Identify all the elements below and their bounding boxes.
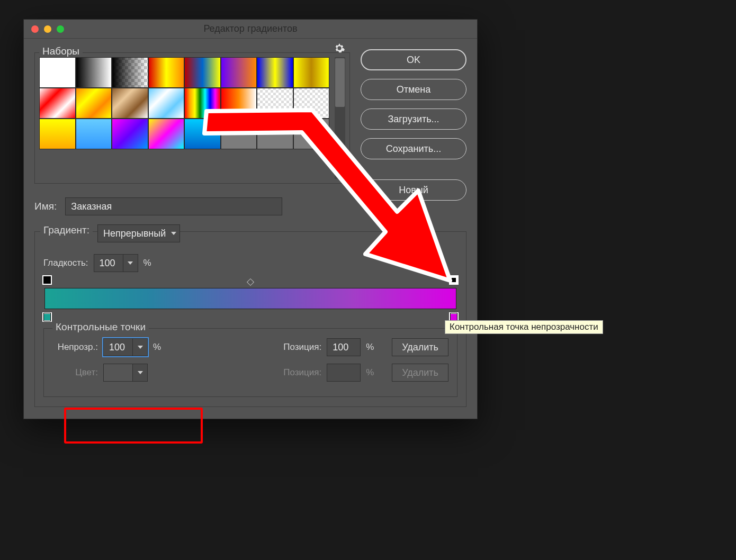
delete-opacity-stop-button[interactable]: Удалить (392, 338, 448, 356)
position-label: Позиция: (283, 342, 321, 353)
preset-swatch[interactable] (184, 88, 221, 119)
presets-legend: Наборы (39, 46, 83, 57)
save-button[interactable]: Сохранить... (361, 138, 466, 159)
chevron-down-icon (171, 232, 176, 235)
preset-swatch[interactable] (76, 119, 112, 149)
color-position-unit: % (366, 367, 374, 378)
preset-scrollbar[interactable] (335, 57, 345, 179)
preset-swatch[interactable] (293, 57, 330, 88)
position-unit: % (366, 342, 374, 353)
delete-color-stop-button: Удалить (392, 364, 448, 382)
smoothness-input[interactable] (94, 254, 123, 272)
preset-swatch[interactable] (39, 57, 76, 88)
color-swatch[interactable] (103, 364, 133, 382)
gear-icon[interactable] (334, 42, 345, 54)
gradient-type-select[interactable]: Непрерывный (97, 224, 180, 242)
color-dropdown[interactable] (133, 364, 148, 382)
gradient-name-input[interactable] (65, 197, 282, 215)
opacity-stop-left[interactable] (42, 275, 52, 285)
ok-button[interactable]: OK (361, 49, 466, 70)
gradient-type-value: Непрерывный (103, 228, 166, 239)
color-label: Цвет: (52, 367, 98, 378)
color-position-input (327, 364, 361, 382)
preset-swatch[interactable] (39, 119, 76, 149)
dialog-body: Наборы (24, 39, 477, 419)
control-points-group: Контрольные точки Непрозр.: % Позиция: %… (43, 328, 457, 397)
gradient-legend: Градиент: (40, 224, 93, 236)
scrollbar-thumb[interactable] (335, 58, 345, 107)
position-input[interactable] (327, 338, 361, 356)
chevron-down-icon (138, 346, 143, 349)
titlebar: Редактор градиентов (24, 20, 477, 39)
annotation-highlight (64, 408, 203, 444)
smoothness-label: Гладкость: (43, 258, 88, 268)
smoothness-unit: % (143, 258, 151, 268)
load-button[interactable]: Загрузить... (361, 109, 466, 130)
presets-group: Наборы (34, 52, 350, 184)
preset-swatch[interactable] (112, 119, 148, 149)
preset-swatch[interactable] (148, 119, 185, 149)
opacity-input[interactable] (103, 338, 133, 356)
cancel-button[interactable]: Отмена (361, 79, 466, 100)
preset-swatch[interactable] (257, 57, 293, 88)
preset-swatch[interactable] (221, 88, 257, 119)
preset-swatches (39, 57, 329, 179)
color-stop-left[interactable] (42, 312, 52, 322)
new-button[interactable]: Новый (361, 179, 466, 201)
preset-swatch[interactable] (76, 57, 112, 88)
gradient-editor-dialog: Редактор градиентов Наборы (23, 19, 478, 419)
preset-swatch[interactable] (112, 88, 148, 119)
preset-swatch[interactable] (221, 57, 257, 88)
opacity-stop-right[interactable] (449, 275, 459, 285)
name-label: Имя: (34, 201, 57, 212)
chevron-down-icon (138, 371, 143, 374)
opacity-unit: % (153, 342, 161, 353)
preset-swatch[interactable] (184, 119, 221, 149)
preset-swatch[interactable] (257, 88, 293, 119)
preset-swatch[interactable] (39, 88, 76, 119)
opacity-dropdown[interactable] (133, 338, 148, 356)
smoothness-dropdown[interactable] (123, 254, 138, 272)
control-points-legend: Контрольные точки (52, 321, 149, 333)
preset-swatch[interactable] (112, 57, 148, 88)
gradient-settings-group: Градиент: Непрерывный Гладкость: % (34, 231, 466, 407)
opacity-label: Непрозр.: (52, 342, 98, 353)
preset-swatch[interactable] (148, 88, 185, 119)
preset-swatch[interactable] (221, 119, 257, 149)
tooltip: Контрольная точка непрозрачности (445, 320, 603, 334)
chevron-down-icon (128, 261, 133, 265)
color-position-label: Позиция: (283, 367, 321, 378)
preset-swatch[interactable] (257, 119, 293, 149)
gradient-bar[interactable] (44, 288, 456, 309)
window-title: Редактор градиентов (24, 23, 477, 34)
midpoint-marker[interactable] (247, 278, 254, 286)
preset-swatch[interactable] (148, 57, 185, 88)
preset-swatch[interactable] (293, 119, 330, 149)
preset-swatch[interactable] (293, 88, 330, 119)
preset-swatch[interactable] (76, 88, 112, 119)
preset-swatch[interactable] (184, 57, 221, 88)
